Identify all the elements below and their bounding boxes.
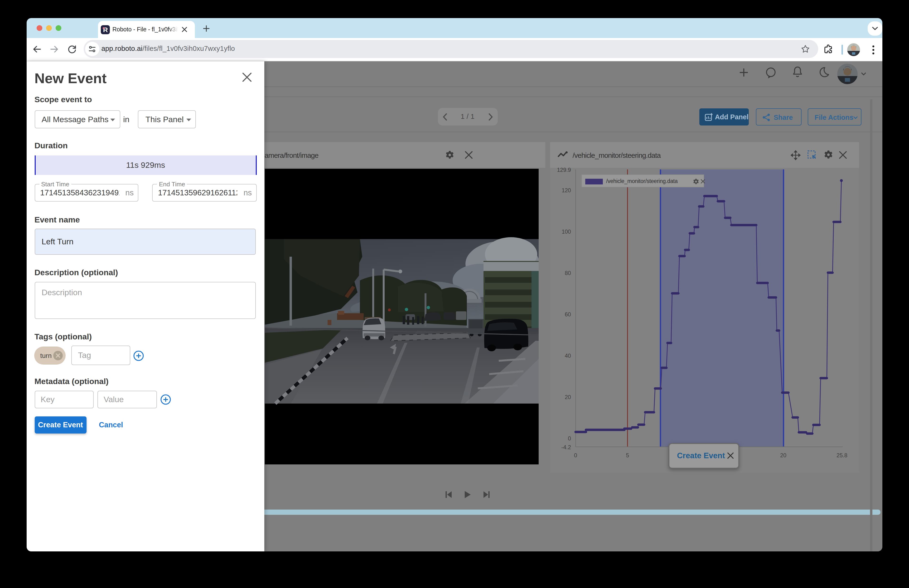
svg-text:0: 0 bbox=[568, 435, 571, 442]
svg-text:25.8: 25.8 bbox=[836, 452, 848, 459]
svg-text:129.9: 129.9 bbox=[557, 167, 571, 173]
svg-text:80: 80 bbox=[565, 270, 571, 276]
svg-text:40: 40 bbox=[565, 353, 571, 359]
svg-text:120: 120 bbox=[562, 187, 571, 194]
svg-text:5: 5 bbox=[626, 452, 629, 459]
svg-text:20: 20 bbox=[780, 452, 786, 459]
svg-text:-4.2: -4.2 bbox=[561, 444, 571, 451]
svg-text:60: 60 bbox=[565, 311, 571, 318]
svg-text:20: 20 bbox=[565, 394, 571, 400]
svg-text:100: 100 bbox=[562, 229, 571, 235]
svg-text:0: 0 bbox=[574, 452, 577, 459]
